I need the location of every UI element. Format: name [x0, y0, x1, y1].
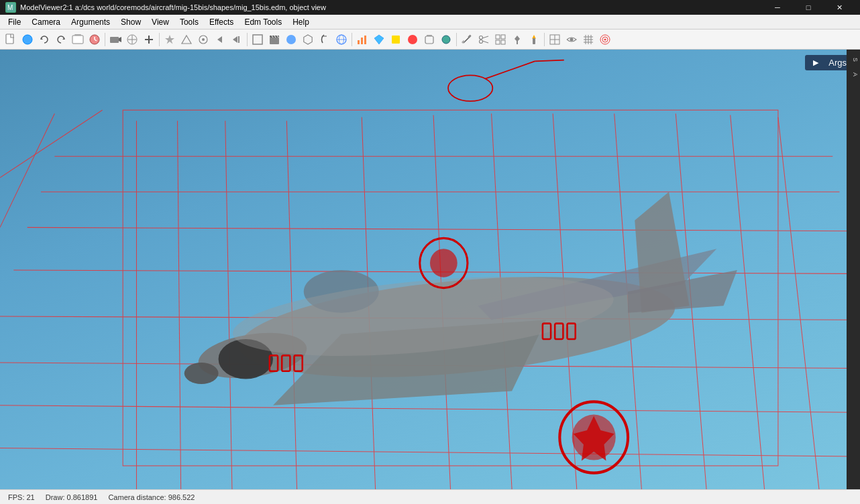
tb-hex[interactable] — [300, 32, 316, 48]
svg-rect-11 — [110, 37, 119, 43]
svg-marker-22 — [217, 36, 222, 43]
svg-rect-56 — [533, 38, 535, 44]
tb-undo[interactable] — [317, 32, 333, 48]
svg-rect-17 — [148, 36, 150, 44]
svg-point-21 — [202, 38, 205, 41]
svg-point-101 — [184, 363, 219, 384]
svg-rect-25 — [253, 35, 262, 44]
draw-display: Draw: 0.861891 — [46, 493, 98, 501]
fps-display: FPS: 21 — [8, 493, 35, 501]
svg-point-104 — [430, 249, 458, 277]
window-controls[interactable]: ─ □ ✕ — [762, 0, 855, 15]
camera-distance-display: Camera distance: 986.522 — [108, 493, 195, 501]
tb-box[interactable] — [250, 32, 266, 48]
svg-point-41 — [408, 35, 417, 44]
svg-rect-7 — [74, 34, 81, 36]
tb-add[interactable] — [141, 32, 157, 48]
svg-point-3 — [23, 35, 32, 44]
menu-file[interactable]: File — [3, 16, 26, 28]
tb-new[interactable] — [3, 32, 19, 48]
menu-arguments[interactable]: Arguments — [66, 16, 115, 28]
aircraft-model — [0, 50, 860, 489]
tb-refresh[interactable] — [36, 32, 52, 48]
svg-marker-39 — [374, 35, 384, 44]
tb-eye[interactable] — [563, 32, 580, 48]
sep3 — [247, 33, 248, 46]
svg-point-49 — [480, 40, 483, 43]
svg-rect-54 — [496, 40, 500, 44]
tb-yellow-box[interactable] — [388, 32, 404, 48]
svg-point-48 — [480, 36, 483, 39]
args-text: Args — [828, 58, 847, 68]
tb-prev[interactable] — [212, 32, 228, 48]
tb-grid1[interactable] — [492, 32, 508, 48]
tb-grid2[interactable] — [547, 32, 563, 48]
sep1 — [105, 33, 105, 46]
sep5 — [456, 33, 457, 46]
right-side-panel: S A — [847, 50, 860, 489]
svg-marker-32 — [304, 35, 312, 44]
tb-chart[interactable] — [354, 32, 370, 48]
menubar: File Camera Arguments Show View Tools Ef… — [0, 15, 860, 29]
toolbar — [0, 29, 860, 50]
menu-edm-tools[interactable]: Edm Tools — [239, 16, 287, 28]
menu-effects[interactable]: Effects — [204, 16, 239, 28]
sep4 — [352, 33, 352, 46]
tb-circle-dot[interactable] — [195, 32, 211, 48]
menu-camera[interactable]: Camera — [26, 16, 66, 28]
statusbar: FPS: 21 Draw: 0.861891 Camera distance: … — [0, 489, 860, 504]
svg-rect-36 — [358, 40, 360, 44]
tb-grid3[interactable] — [580, 32, 596, 48]
tb-target[interactable] — [597, 32, 613, 48]
sep2 — [159, 33, 160, 46]
tb-red-sphere[interactable] — [405, 32, 421, 48]
tb-scissors[interactable] — [476, 32, 492, 48]
tb-star[interactable] — [162, 32, 178, 48]
tb-gem[interactable] — [371, 32, 387, 48]
tb-screenshot[interactable] — [70, 32, 86, 48]
menu-help[interactable]: Help — [287, 16, 315, 28]
tb-pin[interactable] — [509, 32, 525, 48]
svg-rect-55 — [501, 40, 505, 44]
tb-blue-ball[interactable] — [283, 32, 299, 48]
svg-rect-40 — [392, 36, 400, 44]
tb-blue2[interactable] — [438, 32, 454, 48]
tb-plus-center[interactable] — [124, 32, 140, 48]
maximize-button[interactable]: □ — [793, 0, 824, 15]
svg-rect-2 — [6, 34, 13, 44]
svg-text:M: M — [7, 4, 13, 11]
svg-line-50 — [482, 36, 488, 38]
side-panel-a: A — [847, 67, 860, 82]
menu-show[interactable]: Show — [115, 16, 146, 28]
titlebar: M ModelViewer2:1 a:/dcs world/coremods/a… — [0, 0, 860, 15]
tb-sphere[interactable] — [19, 32, 36, 48]
minimize-button[interactable]: ─ — [762, 0, 793, 15]
close-button[interactable]: ✕ — [824, 0, 855, 15]
tb-clapper[interactable] — [266, 32, 282, 48]
svg-rect-37 — [361, 38, 363, 44]
args-triangle: ▶ — [813, 58, 818, 67]
tb-jar[interactable] — [421, 32, 437, 48]
svg-rect-38 — [364, 36, 366, 44]
tb-globe[interactable] — [333, 32, 350, 48]
tb-prev-prev[interactable] — [229, 32, 245, 48]
3d-viewport[interactable]: ▶ Args — [0, 50, 860, 489]
svg-point-44 — [442, 36, 450, 44]
menu-tools[interactable]: Tools — [174, 16, 204, 28]
svg-rect-26 — [270, 38, 279, 44]
tb-camera[interactable] — [107, 32, 123, 48]
tb-torch[interactable] — [526, 32, 542, 48]
menu-view[interactable]: View — [146, 16, 174, 28]
tb-pen[interactable] — [459, 32, 475, 48]
svg-point-60 — [570, 38, 574, 41]
tb-triangle[interactable] — [178, 32, 195, 48]
svg-rect-53 — [501, 35, 505, 39]
main-area: ▶ Args S A — [0, 50, 860, 489]
tb-animate[interactable] — [87, 32, 103, 48]
svg-marker-46 — [462, 40, 465, 44]
tb-redo[interactable] — [53, 32, 69, 48]
svg-line-51 — [482, 41, 488, 43]
app-icon: M — [5, 2, 16, 13]
svg-marker-19 — [182, 36, 191, 44]
svg-rect-43 — [425, 36, 433, 44]
